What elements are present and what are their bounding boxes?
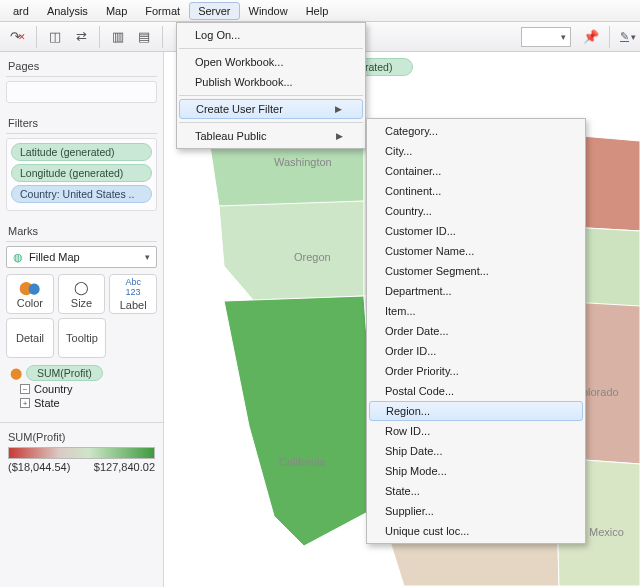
- legend-color-bar[interactable]: [8, 447, 155, 459]
- left-panel: Pages Filters Latitude (generated) Longi…: [0, 52, 164, 587]
- marks-type-label: Filled Map: [29, 251, 80, 263]
- user-filter-item-unique-cust-loc[interactable]: Unique cust loc...: [367, 521, 585, 541]
- user-filter-item-department[interactable]: Department...: [367, 281, 585, 301]
- filters-shelf[interactable]: Latitude (generated) Longitude (generate…: [6, 138, 157, 211]
- divider: [0, 422, 163, 423]
- marks-shelf-title: Marks: [6, 221, 157, 242]
- menu-item-tableau-public[interactable]: Tableau Public▶: [177, 126, 365, 146]
- marks-tree: ⬤ SUM(Profit) −Country +State: [6, 362, 157, 416]
- marks-tooltip-button[interactable]: Tooltip: [58, 318, 106, 358]
- menu-server[interactable]: Server: [189, 2, 239, 20]
- user-filter-item-postal-code[interactable]: Postal Code...: [367, 381, 585, 401]
- user-filter-item-state[interactable]: State...: [367, 481, 585, 501]
- menu-separator: [179, 48, 363, 49]
- separator: [162, 26, 163, 48]
- pages-shelf[interactable]: [6, 81, 157, 103]
- user-filter-item-region[interactable]: Region...: [369, 401, 583, 421]
- submenu-arrow-icon: ▶: [336, 131, 343, 141]
- separator: [99, 26, 100, 48]
- menu-item-create-user-filter[interactable]: Create User Filter▶: [179, 99, 363, 119]
- marks-size-button[interactable]: ◯Size: [58, 274, 106, 314]
- user-filter-item-order-id[interactable]: Order ID...: [367, 341, 585, 361]
- user-filter-item-order-date[interactable]: Order Date...: [367, 321, 585, 341]
- legend-title: SUM(Profit): [6, 429, 157, 445]
- menu-analysis[interactable]: Analysis: [38, 2, 97, 20]
- map-label: Washington: [274, 156, 332, 168]
- marks-color-button[interactable]: ⬤⬤Color: [6, 274, 54, 314]
- menu-dashboard[interactable]: ard: [4, 2, 38, 20]
- map-label: California: [279, 456, 326, 468]
- menu-item-open-workbook[interactable]: Open Workbook...: [177, 52, 365, 72]
- marks-detail-button[interactable]: Detail: [6, 318, 54, 358]
- create-user-filter-submenu: Category...City...Container...Continent.…: [366, 118, 586, 544]
- submenu-arrow-icon: ▶: [335, 104, 342, 114]
- user-filter-item-row-id[interactable]: Row ID...: [367, 421, 585, 441]
- menu-item-publish-workbook[interactable]: Publish Workbook...: [177, 72, 365, 92]
- tree-item-country[interactable]: Country: [34, 383, 73, 395]
- user-filter-item-customer-name[interactable]: Customer Name...: [367, 241, 585, 261]
- pages-shelf-title: Pages: [6, 56, 157, 77]
- state-oregon[interactable]: [219, 201, 364, 301]
- menu-help[interactable]: Help: [297, 2, 338, 20]
- menu-format[interactable]: Format: [136, 2, 189, 20]
- format-line-icon[interactable]: ✎▾: [616, 25, 640, 49]
- menu-separator: [179, 122, 363, 123]
- user-filter-item-supplier[interactable]: Supplier...: [367, 501, 585, 521]
- menu-window[interactable]: Window: [240, 2, 297, 20]
- marks-type-select[interactable]: ◍ Filled Map ▾: [6, 246, 157, 268]
- user-filter-item-ship-mode[interactable]: Ship Mode...: [367, 461, 585, 481]
- filter-pill-country[interactable]: Country: United States ..: [11, 185, 152, 203]
- filter-pill-longitude[interactable]: Longitude (generated): [11, 164, 152, 182]
- tree-collapse-icon[interactable]: −: [20, 384, 30, 394]
- separator: [36, 26, 37, 48]
- menubar: ard Analysis Map Format Server Window He…: [0, 0, 640, 22]
- crop-icon[interactable]: ◫: [43, 25, 67, 49]
- user-filter-item-customer-id[interactable]: Customer ID...: [367, 221, 585, 241]
- pin-icon[interactable]: 📌: [579, 25, 603, 49]
- size-icon: ◯: [74, 280, 89, 295]
- redo-clear-icon[interactable]: ↷✕: [6, 25, 30, 49]
- swap-icon[interactable]: ⇄: [69, 25, 93, 49]
- user-filter-item-container[interactable]: Container...: [367, 161, 585, 181]
- user-filter-item-city[interactable]: City...: [367, 141, 585, 161]
- map-label: Oregon: [294, 251, 331, 263]
- server-menu-dropdown: Log On... Open Workbook... Publish Workb…: [176, 22, 366, 149]
- user-filter-item-category[interactable]: Category...: [367, 121, 585, 141]
- menu-map[interactable]: Map: [97, 2, 136, 20]
- tree-pill-sumprofit[interactable]: SUM(Profit): [26, 365, 103, 381]
- legend-min: ($18,044.54): [8, 461, 70, 473]
- user-filter-item-continent[interactable]: Continent...: [367, 181, 585, 201]
- filter-pill-latitude[interactable]: Latitude (generated): [11, 143, 152, 161]
- filters-shelf-title: Filters: [6, 113, 157, 134]
- label-icon: Abc123: [125, 277, 141, 297]
- layout-b-icon[interactable]: ▤: [132, 25, 156, 49]
- color-icon: ⬤⬤: [19, 280, 40, 295]
- marks-label-button[interactable]: Abc123Label: [109, 274, 157, 314]
- user-filter-item-item[interactable]: Item...: [367, 301, 585, 321]
- menu-separator: [179, 95, 363, 96]
- filled-map-icon: ◍: [13, 251, 23, 264]
- user-filter-item-country[interactable]: Country...: [367, 201, 585, 221]
- toolbar-dropdown[interactable]: ▾: [521, 27, 571, 47]
- menu-item-log-on[interactable]: Log On...: [177, 25, 365, 45]
- color-swatch-icon: ⬤: [10, 367, 22, 380]
- tree-expand-icon[interactable]: +: [20, 398, 30, 408]
- user-filter-item-customer-segment[interactable]: Customer Segment...: [367, 261, 585, 281]
- user-filter-item-ship-date[interactable]: Ship Date...: [367, 441, 585, 461]
- user-filter-item-order-priority[interactable]: Order Priority...: [367, 361, 585, 381]
- tree-item-state[interactable]: State: [34, 397, 60, 409]
- layout-a-icon[interactable]: ▥: [106, 25, 130, 49]
- legend-max: $127,840.02: [94, 461, 155, 473]
- separator: [609, 26, 610, 48]
